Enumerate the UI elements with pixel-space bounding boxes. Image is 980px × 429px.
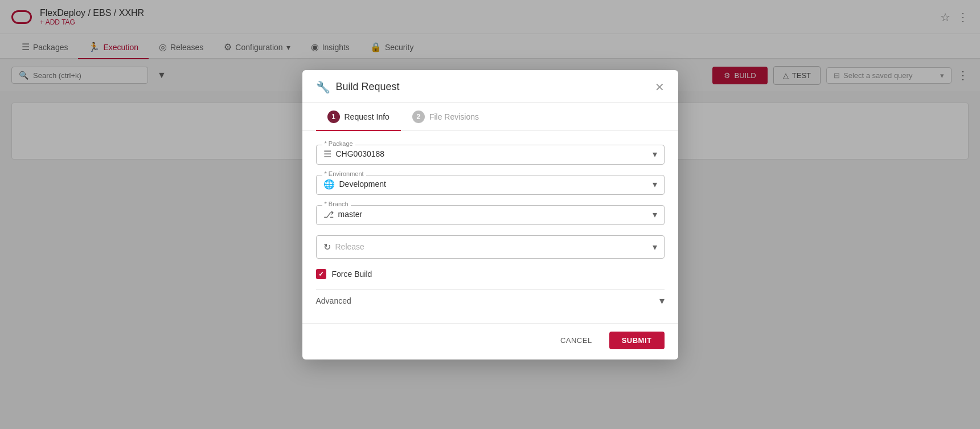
branch-dropdown-icon: ▾ xyxy=(653,209,657,220)
release-icon: ↻ xyxy=(323,242,331,252)
modal-title-icon: 🔧 xyxy=(316,80,330,94)
release-placeholder: Release xyxy=(335,242,648,251)
package-icon: ☰ xyxy=(323,149,331,160)
modal-overlay: 🔧 Build Request ✕ 1 Request Info 2 File … xyxy=(0,0,980,429)
modal-footer: CANCEL SUBMIT xyxy=(302,323,678,359)
force-build-row: ✓ Force Build xyxy=(316,269,665,279)
environment-label: * Environment xyxy=(322,170,366,177)
advanced-section[interactable]: Advanced ▾ xyxy=(316,289,665,312)
force-build-label: Force Build xyxy=(332,269,372,279)
build-request-modal: 🔧 Build Request ✕ 1 Request Info 2 File … xyxy=(302,70,678,359)
package-value: CHG0030188 xyxy=(336,149,648,158)
package-dropdown-icon: ▾ xyxy=(653,149,657,160)
package-field: * Package ☰ CHG0030188 ▾ xyxy=(316,145,665,165)
environment-icon: 🌐 xyxy=(323,179,335,190)
branch-field: * Branch ⎇ master ▾ xyxy=(316,205,665,225)
environment-field-row[interactable]: 🌐 Development ▾ xyxy=(323,179,657,190)
branch-icon: ⎇ xyxy=(323,209,334,220)
modal-title: Build Request xyxy=(336,81,649,93)
modal-close-button[interactable]: ✕ xyxy=(655,81,665,93)
step-file-revisions[interactable]: 2 File Revisions xyxy=(401,103,490,131)
release-field-row: ↻ Release ▾ xyxy=(323,242,657,252)
step-2-label: File Revisions xyxy=(429,112,479,121)
release-dropdown-icon: ▾ xyxy=(653,242,657,252)
step-1-number: 1 xyxy=(327,111,340,123)
step-request-info[interactable]: 1 Request Info xyxy=(316,103,401,131)
package-label: * Package xyxy=(322,140,355,147)
package-field-row[interactable]: ☰ CHG0030188 ▾ xyxy=(323,149,657,160)
stepper-tabs: 1 Request Info 2 File Revisions xyxy=(302,103,678,131)
environment-value: Development xyxy=(339,179,648,189)
step-1-label: Request Info xyxy=(345,112,389,121)
checkmark-icon: ✓ xyxy=(318,270,324,278)
force-build-checkbox[interactable]: ✓ xyxy=(316,269,326,279)
branch-value: master xyxy=(338,210,648,219)
environment-dropdown-icon: ▾ xyxy=(653,179,657,190)
branch-label: * Branch xyxy=(322,201,351,207)
advanced-label: Advanced xyxy=(316,296,351,305)
page-wrapper: FlexDeploy / EBS / XXHR + ADD TAG ☆ ⋮ ☰ … xyxy=(0,0,980,429)
cancel-button[interactable]: CANCEL xyxy=(550,332,602,349)
submit-button[interactable]: SUBMIT xyxy=(609,332,665,349)
modal-header: 🔧 Build Request ✕ xyxy=(302,70,678,103)
step-2-number: 2 xyxy=(412,111,425,123)
modal-body: * Package ☰ CHG0030188 ▾ * Environment 🌐… xyxy=(302,131,678,323)
branch-field-row[interactable]: ⎇ master ▾ xyxy=(323,209,657,220)
advanced-chevron-icon: ▾ xyxy=(659,295,665,307)
release-field[interactable]: ↻ Release ▾ xyxy=(316,235,665,259)
environment-field: * Environment 🌐 Development ▾ xyxy=(316,175,665,195)
